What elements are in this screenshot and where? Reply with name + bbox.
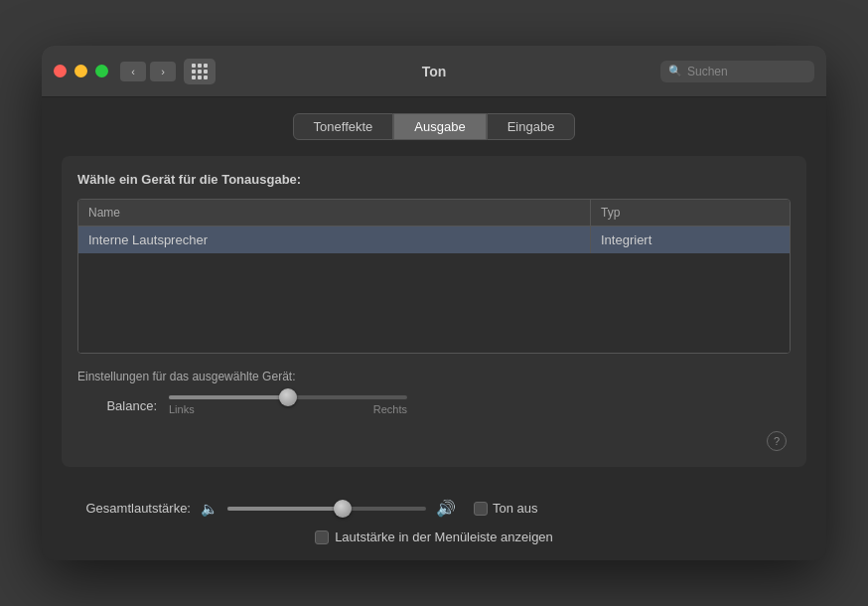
balance-left-label: Links <box>169 403 195 415</box>
back-icon: ‹ <box>131 66 135 77</box>
grid-button[interactable] <box>184 59 216 84</box>
device-settings-section: Einstellungen für das ausgewählte Gerät:… <box>77 370 791 451</box>
settings-section-title: Einstellungen für das ausgewählte Gerät: <box>77 370 791 383</box>
back-button[interactable]: ‹ <box>120 62 146 81</box>
help-icon[interactable]: ? <box>767 431 787 451</box>
volume-slider-thumb[interactable] <box>334 500 352 518</box>
volume-low-icon: 🔈 <box>201 501 217 517</box>
mute-checkbox-area: Ton aus <box>474 501 538 516</box>
table-header: Name Typ <box>78 200 790 227</box>
grid-icon <box>192 64 208 79</box>
tab-toneffekte[interactable]: Toneffekte <box>293 113 394 140</box>
content-area: Toneffekte Ausgabe Eingabe Wähle ein Ger… <box>42 97 826 487</box>
balance-slider-track[interactable] <box>169 395 407 399</box>
mute-label: Ton aus <box>493 501 538 516</box>
search-icon: 🔍 <box>668 65 682 77</box>
balance-slider-container: Links Rechts <box>169 395 407 415</box>
volume-slider-fill <box>227 507 343 511</box>
balance-slider-thumb[interactable] <box>279 388 297 406</box>
menubar-checkbox[interactable] <box>315 530 329 544</box>
device-section-title: Wähle ein Gerät für die Tonausgabe: <box>77 172 791 187</box>
balance-slider-fill <box>169 395 288 399</box>
balance-label: Balance: <box>97 398 157 413</box>
balance-right-label: Rechts <box>373 403 407 415</box>
nav-buttons: ‹ › <box>120 62 176 81</box>
help-button[interactable]: ? <box>77 423 791 451</box>
tab-ausgabe[interactable]: Ausgabe <box>393 113 486 140</box>
table-row[interactable]: Interne Lautsprecher Integriert <box>78 227 790 253</box>
table-body: Interne Lautsprecher Integriert <box>78 227 790 353</box>
menubar-checkbox-row: Lautstärke in der Menüleiste anzeigen <box>42 530 826 560</box>
window-title: Ton <box>422 64 447 79</box>
balance-row: Balance: Links Rechts <box>77 395 791 415</box>
search-input[interactable] <box>687 65 806 78</box>
forward-icon: › <box>161 66 165 77</box>
search-bar[interactable]: 🔍 <box>660 61 814 82</box>
device-table: Name Typ Interne Lautsprecher Integriert <box>77 199 791 354</box>
empty-table-area <box>78 253 790 353</box>
col-type-header: Typ <box>591 200 790 226</box>
mute-checkbox[interactable] <box>474 502 488 516</box>
volume-slider-track[interactable] <box>227 507 426 511</box>
settings-panel: Wähle ein Gerät für die Tonausgabe: Name… <box>62 156 806 467</box>
forward-button[interactable]: › <box>150 62 176 81</box>
traffic-lights <box>54 65 108 77</box>
volume-bar: Gesamtlautstärke: 🔈 🔊 Ton aus <box>42 487 826 530</box>
col-name-header: Name <box>78 200 591 226</box>
menubar-checkbox-label: Lautstärke in der Menüleiste anzeigen <box>335 530 553 544</box>
volume-label: Gesamtlautstärke: <box>62 501 191 516</box>
device-name: Interne Lautsprecher <box>78 227 591 253</box>
titlebar: ‹ › Ton 🔍 <box>42 46 826 97</box>
minimize-button[interactable] <box>74 65 87 77</box>
close-button[interactable] <box>54 65 67 77</box>
tab-bar: Toneffekte Ausgabe Eingabe <box>62 113 806 140</box>
main-window: ‹ › Ton 🔍 Toneffekte Ausgabe Eingabe <box>42 46 826 560</box>
maximize-button[interactable] <box>95 65 108 77</box>
tab-eingabe[interactable]: Eingabe <box>487 113 576 140</box>
volume-high-icon: 🔊 <box>436 499 456 518</box>
device-type: Integriert <box>591 227 790 253</box>
